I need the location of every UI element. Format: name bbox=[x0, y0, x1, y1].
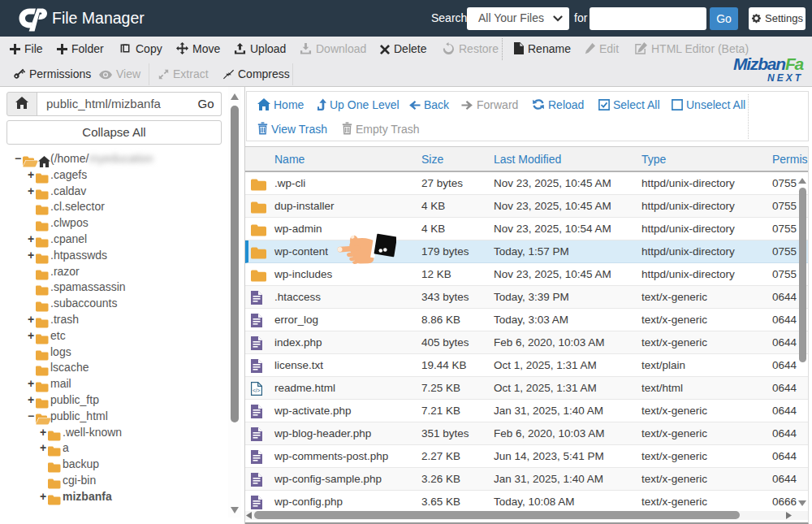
svg-text:</>: </> bbox=[253, 388, 261, 393]
